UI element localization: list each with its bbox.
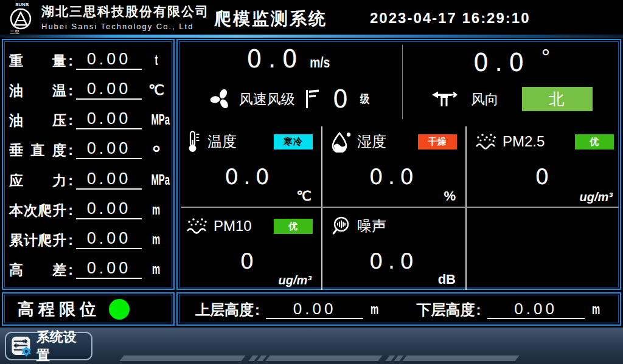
wind-speed-value-line: 0.0 m/s <box>178 45 402 77</box>
temperature-status-badge: 寒冷 <box>274 134 313 149</box>
elevation-limit-label: 高程限位 <box>18 298 100 320</box>
datetime-display: 2023-04-17 16:29:10 <box>370 10 531 27</box>
footer-stripe <box>119 355 245 361</box>
humidity-value: 0.0 <box>331 164 457 189</box>
footer-stripe <box>265 355 382 361</box>
lower-height-group: 下层高度: 0.00 m <box>417 300 602 319</box>
pm25-cell: PM2.5 优 0 ug/m³ <box>467 124 622 207</box>
metric-label: 累计爬升 <box>9 231 66 249</box>
sansi-logo-icon: SUNS 三思 <box>5 1 39 35</box>
footer-stripe <box>402 355 519 361</box>
wind-speed-unit: m/s <box>310 54 330 71</box>
system-settings-button[interactable]: 系统设置 <box>5 332 92 360</box>
fan-icon <box>209 87 233 111</box>
metric-row-weight: 重量: 0.00 t <box>9 50 167 70</box>
metric-row-oil-pressure: 油压: 0.00 MPa <box>9 109 167 129</box>
metric-value: 0.00 <box>76 199 142 219</box>
dust-icon <box>186 216 208 236</box>
metric-value: 0.00 <box>76 170 142 190</box>
pm25-value: 0 <box>475 164 614 189</box>
metric-colon: : <box>66 111 75 129</box>
dust-icon <box>475 132 497 151</box>
metric-colon: : <box>66 141 75 159</box>
humidity-cell: 湿度 干燥 0.0 % <box>322 124 465 207</box>
lower-height-colon: : <box>476 301 481 319</box>
noise-cell: 噪声 0.0 dB <box>322 208 465 290</box>
metric-label: 重量 <box>9 52 66 70</box>
hydraulic-metrics-panel: 重量: 0.00 t 油温: 0.00 ℃ 油压: 0.00 MPa 垂直度: … <box>2 39 175 290</box>
environment-panel: 0.0 m/s 风速风级 0 级 <box>176 39 621 290</box>
footer-bar: 系统设置 <box>0 328 623 364</box>
temperature-label: 温度 <box>207 132 237 151</box>
pm25-status-badge: 优 <box>575 134 614 149</box>
pm10-label: PM10 <box>214 218 252 235</box>
grid-horizontal-divider <box>181 207 619 208</box>
wind-direction-line: 风向 北 <box>403 80 620 118</box>
metric-unit: t <box>145 50 167 70</box>
company-name-en: Hubei Sansi Technology Co., Ltd <box>41 22 209 31</box>
humidity-status-badge: 干燥 <box>418 134 457 149</box>
wind-speed-value: 0.0 <box>246 45 304 73</box>
company-name-cn: 湖北三思科技股份有限公司 <box>41 3 209 20</box>
wind-direction-unit: ° <box>541 45 550 70</box>
metric-value: 0.00 <box>76 80 142 100</box>
pm10-value: 0 <box>186 249 313 273</box>
pm25-label: PM2.5 <box>503 133 545 150</box>
lower-height-value: 0.00 <box>487 300 585 319</box>
metric-colon: : <box>66 171 75 190</box>
svg-text:SUNS: SUNS <box>15 2 29 7</box>
noise-value: 0.0 <box>331 249 457 273</box>
wind-direction-value: 0.0 <box>473 49 531 77</box>
settings-sliders-gear-icon <box>11 335 32 358</box>
metric-value: 0.00 <box>76 109 142 129</box>
droplet-icon <box>331 131 352 153</box>
noise-unit: dB <box>438 272 456 287</box>
elevation-limit-panel: 高程限位 <box>2 292 175 326</box>
upper-height-label: 上层高度 <box>195 301 254 319</box>
lower-height-label: 下层高度 <box>417 301 475 319</box>
metric-colon: : <box>66 231 75 249</box>
metric-unit: MPa <box>145 170 167 190</box>
upper-height-unit: m <box>371 300 378 319</box>
thermometer-icon <box>186 130 202 153</box>
humidity-unit: % <box>444 188 456 204</box>
metric-unit: ℃ <box>145 80 167 100</box>
metric-unit: m <box>145 230 167 249</box>
temperature-value: 0.0 <box>186 164 313 189</box>
system-settings-label: 系统设置 <box>37 328 86 364</box>
upper-height-value: 0.00 <box>266 300 363 319</box>
noise-icon <box>331 216 352 236</box>
wind-direction-section: 0.0 ° 风向 北 <box>403 40 620 123</box>
temperature-cell: 温度 寒冷 0.0 ℃ <box>178 124 321 207</box>
metric-value: 0.00 <box>76 229 142 249</box>
pm10-cell: PM10 优 0 ug/m³ <box>178 208 321 290</box>
pm10-status-badge: 优 <box>274 219 313 234</box>
metric-colon: : <box>66 52 75 70</box>
metric-row-height-diff: 高差: 0.00 m <box>9 259 167 279</box>
lower-height-unit: m <box>592 300 600 319</box>
metric-colon: : <box>66 201 75 219</box>
metric-value: 0.00 <box>76 50 142 70</box>
pm25-unit: ug/m³ <box>580 190 613 204</box>
metric-unit: m <box>145 200 167 219</box>
wind-level-value: 0 <box>333 85 348 113</box>
noise-label: 噪声 <box>357 216 386 236</box>
wind-level-flag-icon <box>304 88 319 110</box>
header-bar: SUNS 三思 湖北三思科技股份有限公司 Hubei Sansi Technol… <box>0 0 623 35</box>
metric-value: 0.00 <box>76 139 142 159</box>
metric-label: 高差 <box>9 261 66 279</box>
metric-row-stress: 应力: 0.00 MPa <box>9 170 167 190</box>
metric-row-total-climb: 累计爬升: 0.00 m <box>9 229 167 249</box>
upper-height-group: 上层高度: 0.00 m <box>195 300 381 319</box>
metric-row-oil-temp: 油温: 0.00 ℃ <box>9 80 167 100</box>
wind-direction-badge: 北 <box>522 87 593 111</box>
svg-text:三思: 三思 <box>10 29 19 35</box>
metric-unit: MPa <box>145 110 167 129</box>
wind-speed-label: 风速风级 <box>239 90 295 109</box>
metric-unit: m <box>145 259 167 279</box>
upper-height-colon: : <box>255 301 260 319</box>
elevation-limit-status-light <box>109 299 130 320</box>
metric-label: 油压 <box>9 111 66 129</box>
page-title: 爬模监测系统 <box>214 7 327 30</box>
wind-direction-label: 风向 <box>471 90 499 109</box>
